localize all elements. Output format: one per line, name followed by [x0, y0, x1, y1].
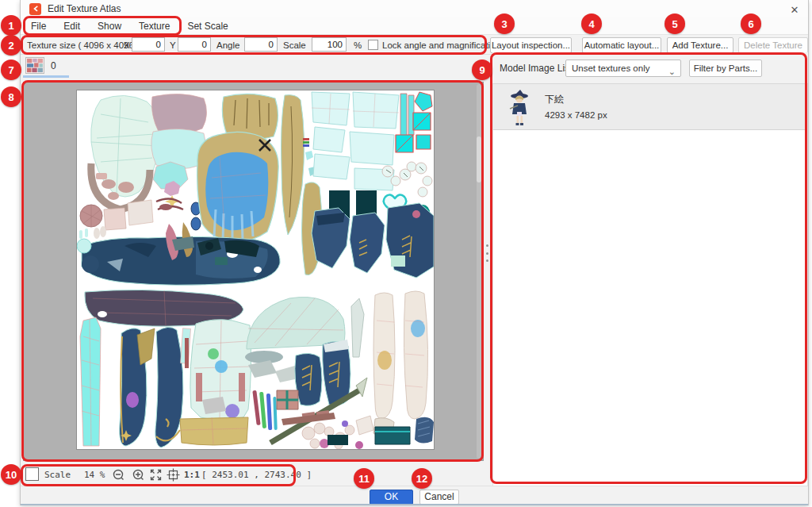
window-bottom-edge [21, 504, 808, 505]
title-bar: Edit Texture Atlas ✕ [21, 0, 808, 17]
model-image-name: 下絵 [545, 93, 564, 106]
annotation-number-3: 3 [494, 13, 515, 34]
close-icon[interactable]: ✕ [787, 2, 802, 17]
texture-tab-row: 0 [21, 55, 487, 78]
canvas-vertical-scrollbar[interactable] [477, 84, 481, 459]
menu-edit[interactable]: Edit [63, 21, 80, 32]
annotation-number-7: 7 [1, 60, 21, 80]
model-image-row[interactable]: 下絵 4293 x 7482 px [493, 84, 807, 130]
texture-filter-dropdown[interactable]: Unset textures only ⌄ [565, 60, 681, 77]
x-label: X [124, 40, 130, 50]
dialog-title: Edit Texture Atlas [48, 3, 121, 14]
menu-file[interactable]: File [31, 21, 46, 32]
model-image-list: 下絵 4293 x 7482 px [492, 83, 808, 486]
add-texture-button[interactable]: Add Texture... [667, 37, 733, 53]
chevron-down-icon: ⌄ [668, 63, 676, 79]
texture-size-label: Texture size ( 4096 x 4096 ) [27, 40, 140, 50]
annotation-number-10: 10 [1, 464, 21, 485]
model-image-list-panel: Model Image List Unset textures only ⌄ F… [492, 52, 808, 486]
model-image-thumbnail [509, 88, 530, 126]
model-image-list-header: Model Image List Unset textures only ⌄ F… [492, 52, 808, 83]
status-scale-label: Scale [44, 470, 71, 480]
active-tab-underline [23, 75, 69, 78]
status-scale-value: 14 % [84, 470, 105, 480]
annotation-number-2: 2 [1, 35, 21, 56]
scale-input[interactable] [312, 37, 347, 52]
annotation-number-11: 11 [354, 468, 374, 489]
angle-input[interactable] [244, 37, 278, 52]
crosshair-icon[interactable] [167, 468, 180, 482]
layout-inspection-button[interactable]: Layout inspection... [490, 37, 572, 53]
annotation-number-4: 4 [581, 13, 602, 34]
delete-texture-button: Delete Texture [738, 37, 808, 53]
percent-label: % [354, 40, 362, 50]
actual-size-button[interactable]: 1:1 [184, 470, 200, 480]
menu-bar: File Edit Show Texture Set Scale [21, 17, 808, 35]
cubism-logo-icon [29, 3, 41, 15]
cursor-coordinates: [ 2453.01 , 2743.40 ] [201, 470, 312, 480]
y-input[interactable] [178, 37, 211, 52]
zoom-in-icon[interactable] [132, 468, 145, 482]
annotation-number-12: 12 [412, 468, 432, 489]
model-image-size: 4293 x 7482 px [545, 110, 607, 120]
model-image-list-title: Model Image List [500, 63, 572, 74]
lock-checkbox[interactable] [368, 40, 378, 50]
texture-tab-0[interactable]: 0 [25, 57, 56, 74]
background-color-swatch[interactable] [25, 467, 39, 481]
annotation-number-9: 9 [472, 60, 492, 80]
zoom-out-icon[interactable] [112, 468, 125, 482]
screenshot-stage: Edit Texture Atlas ✕ File Edit Show Text… [0, 0, 812, 507]
annotation-number-1: 1 [1, 15, 21, 36]
fit-view-icon[interactable] [149, 468, 163, 482]
x-input[interactable] [132, 37, 165, 52]
ok-button[interactable]: OK [370, 490, 413, 505]
scale-label: Scale [283, 40, 306, 50]
texture-tab-label: 0 [51, 60, 56, 71]
panel-splitter-handle[interactable] [486, 244, 489, 262]
menu-set-scale[interactable]: Set Scale [187, 21, 228, 32]
annotation-number-6: 6 [741, 13, 761, 34]
texture-atlas-image [77, 90, 434, 449]
automatic-layout-button[interactable]: Automatic layout... [582, 37, 661, 53]
y-label: Y [170, 40, 176, 50]
scrollbar-thumb[interactable] [477, 136, 481, 182]
filter-by-parts-button[interactable]: Filter by Parts... [689, 60, 762, 77]
menu-texture[interactable]: Texture [139, 21, 170, 32]
annotation-number-8: 8 [1, 86, 21, 107]
annotation-number-5: 5 [665, 13, 685, 34]
menu-show[interactable]: Show [98, 21, 121, 32]
cancel-button[interactable]: Cancel [419, 490, 459, 505]
texture-tab-thumbnail [25, 57, 44, 74]
dropdown-value: Unset textures only [572, 63, 649, 73]
edit-texture-atlas-dialog: Edit Texture Atlas ✕ File Edit Show Text… [20, 0, 809, 505]
angle-label: Angle [216, 40, 239, 50]
lock-label: Lock angle and magnification [382, 40, 500, 50]
texture-atlas-canvas[interactable] [23, 82, 484, 461]
